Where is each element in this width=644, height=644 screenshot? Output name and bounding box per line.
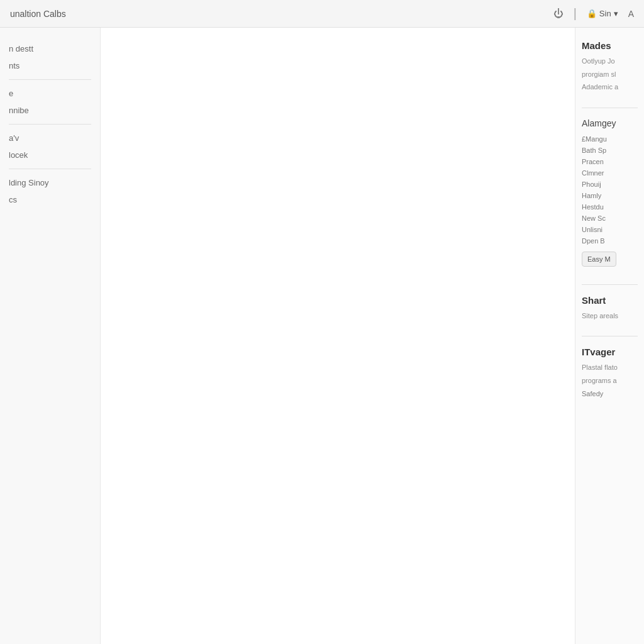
main-layout: n desttntsennibea'vloceklding Sinoycs Ma…	[0, 28, 644, 644]
alamgey-item-hestdu[interactable]: Hestdu	[582, 201, 638, 213]
easy-button[interactable]: Easy M	[582, 252, 616, 267]
app-title: unaltion Calbs	[10, 9, 66, 19]
itvager-safedy[interactable]: Safedy	[582, 388, 638, 399]
sidebar-divider-2	[9, 79, 91, 80]
extra-label[interactable]: A	[628, 9, 634, 19]
sidebar-item-5[interactable]: locek	[0, 147, 100, 164]
alamgey-item-clmner[interactable]: Clmner	[582, 167, 638, 179]
itvager-desc-1: Plastal flato	[582, 362, 638, 373]
sidebar-item-7[interactable]: cs	[0, 191, 100, 208]
divider-3	[582, 336, 638, 336]
sidebar-divider-4	[9, 124, 91, 125]
sidebar-item-1[interactable]: nts	[0, 57, 100, 74]
lock-icon: 🔒	[587, 9, 597, 18]
sidebar-section-top: n desttntsennibea'vloceklding Sinoycs	[0, 40, 100, 208]
sidebar-item-3[interactable]: nnibe	[0, 102, 100, 119]
mades-desc-1: Ootlyup Jo	[582, 56, 638, 67]
mades-title: Mades	[582, 40, 638, 51]
alamgey-item-dpen[interactable]: Dpen B	[582, 235, 638, 247]
itvager-title: ITvager	[582, 347, 638, 357]
shart-desc: Sitep areals	[582, 311, 638, 321]
left-sidebar: n desttntsennibea'vloceklding Sinoycs	[0, 28, 101, 644]
alamgey-item-unlisni[interactable]: Unlisni	[582, 224, 638, 235]
mades-desc-2: prorgiam sl	[582, 69, 638, 80]
sidebar-item-4[interactable]: a'v	[0, 130, 100, 147]
shart-title: Shart	[582, 295, 638, 306]
itvager-desc-2: programs a	[582, 375, 638, 386]
alamgey-item-hamly[interactable]: Hamly	[582, 190, 638, 201]
alamgey-title: Alamgey	[582, 118, 638, 128]
topbar-right: ⏻ | 🔒 Sin ▾ A	[553, 6, 634, 21]
right-section-itvager: ITvager Plastal flato programs a Safedy	[582, 347, 638, 399]
right-panel: Mades Ootlyup Jo prorgiam sl Adademic a …	[575, 28, 644, 644]
right-section-alamgey: Alamgey £Mangu Bath Sp Pracen Clmner Pho…	[582, 118, 638, 269]
divider-1	[582, 108, 638, 108]
alamgey-item-bath[interactable]: Bath Sp	[582, 145, 638, 156]
mades-desc-3: Adademic a	[582, 82, 638, 92]
right-section-shart: Shart Sitep areals	[582, 295, 638, 321]
sidebar-divider-6	[9, 169, 91, 169]
divider-2	[582, 284, 638, 285]
alamgey-item-pracen[interactable]: Pracen	[582, 156, 638, 167]
topbar: unaltion Calbs ⏻ | 🔒 Sin ▾ A	[0, 0, 644, 28]
alamgey-item-mangu[interactable]: £Mangu	[582, 133, 638, 145]
sidebar-item-2[interactable]: e	[0, 85, 100, 102]
alamgey-item-new[interactable]: New Sc	[582, 213, 638, 224]
right-section-mades: Mades Ootlyup Jo prorgiam sl Adademic a	[582, 40, 638, 92]
sidebar-item-0[interactable]: n destt	[0, 40, 100, 57]
power-icon[interactable]: ⏻	[553, 8, 564, 19]
signin-button[interactable]: 🔒 Sin ▾	[587, 9, 618, 18]
signin-label: Sin	[599, 9, 611, 18]
signin-arrow: ▾	[614, 9, 618, 18]
center-content	[101, 28, 575, 644]
sidebar-item-6[interactable]: lding Sinoy	[0, 174, 100, 191]
alamgey-item-phouij[interactable]: Phouij	[582, 179, 638, 190]
